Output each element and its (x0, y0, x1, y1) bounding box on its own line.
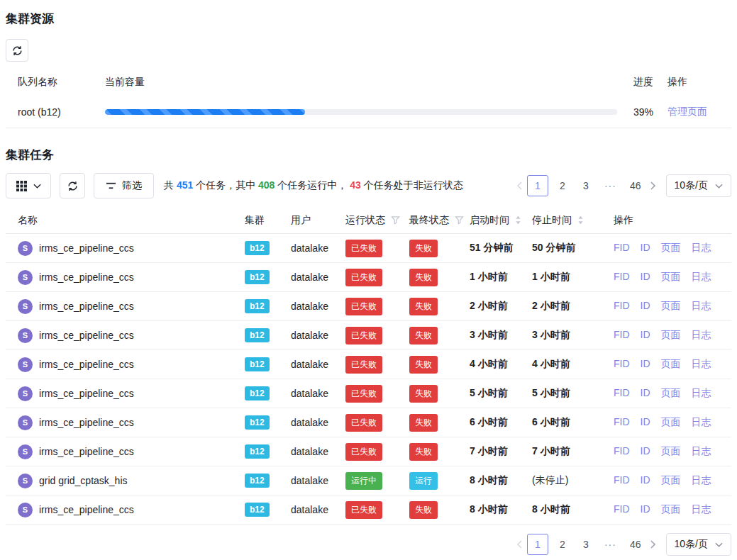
fid-link[interactable]: FID (614, 416, 630, 429)
user-name: datalake (291, 388, 345, 399)
stop-time: 7 小时前 (532, 445, 599, 458)
page-size-select[interactable]: 10条/页 (666, 174, 731, 197)
fid-link[interactable]: FID (614, 445, 630, 458)
row-actions: FID ID 页面 日志 (599, 271, 731, 284)
prev-page-button[interactable] (516, 181, 522, 190)
id-link[interactable]: ID (641, 445, 650, 458)
chevron-down-icon (33, 184, 41, 189)
fid-link[interactable]: FID (614, 358, 630, 371)
id-link[interactable]: ID (641, 329, 650, 342)
run-status-badge: 已失败 (345, 443, 382, 461)
header-final-status: 最终状态 (409, 214, 470, 227)
cluster-tag: b12 (245, 386, 270, 401)
page-link[interactable]: 页面 (661, 474, 681, 487)
manage-page-link[interactable]: 管理页面 (667, 106, 707, 117)
log-link[interactable]: 日志 (692, 416, 711, 429)
stop-time: 50 分钟前 (532, 242, 599, 254)
id-link[interactable]: ID (641, 300, 650, 313)
task-name: irms_ce_pipeline_ccs (39, 330, 134, 341)
fid-link[interactable]: FID (614, 387, 630, 400)
final-status-badge: 失败 (409, 240, 438, 257)
summary-text: 个任务，其中 (193, 179, 258, 191)
next-page-button[interactable] (650, 540, 656, 549)
page-3-button[interactable]: 3 (577, 175, 595, 196)
id-link[interactable]: ID (641, 271, 650, 284)
filter-funnel-icon[interactable] (455, 215, 464, 225)
cluster-resources-title: 集群资源 (6, 0, 731, 27)
page-link[interactable]: 页面 (661, 445, 681, 458)
id-link[interactable]: ID (641, 242, 650, 254)
cluster-tasks-section: 集群任务 (6, 147, 731, 556)
page-link[interactable]: 页面 (661, 416, 681, 429)
page-ellipsis[interactable]: ··· (600, 534, 621, 555)
id-link[interactable]: ID (641, 503, 650, 516)
start-time: 51 分钟前 (470, 242, 532, 254)
queue-name: root (b12) (6, 106, 105, 118)
row-actions: FID ID 页面 日志 (599, 387, 731, 400)
fid-link[interactable]: FID (614, 474, 630, 487)
task-name-cell: S irms_ce_pipeline_ccs (6, 328, 245, 343)
task-name: irms_ce_pipeline_ccs (39, 359, 134, 370)
page-link[interactable]: 页面 (661, 329, 681, 342)
log-link[interactable]: 日志 (692, 271, 711, 284)
page-link[interactable]: 页面 (661, 387, 681, 400)
id-link[interactable]: ID (641, 416, 650, 429)
page-2-button[interactable]: 2 (553, 175, 572, 196)
log-link[interactable]: 日志 (692, 300, 711, 313)
run-status-badge: 已失败 (345, 298, 382, 315)
tasks-footer: 1 2 3 ··· 46 10条/页 (6, 533, 731, 556)
log-link[interactable]: 日志 (692, 358, 711, 371)
page-link[interactable]: 页面 (661, 358, 681, 371)
fid-link[interactable]: FID (614, 271, 630, 284)
fid-link[interactable]: FID (614, 503, 630, 516)
page-ellipsis[interactable]: ··· (600, 175, 621, 196)
toolbar-right: 1 2 3 ··· 46 10条/页 (516, 174, 731, 197)
id-link[interactable]: ID (641, 358, 650, 371)
task-name-cell: S irms_ce_pipeline_ccs (6, 415, 245, 430)
page-size-select[interactable]: 10条/页 (666, 533, 731, 556)
tasks-refresh-button[interactable] (60, 173, 85, 198)
avatar: S (18, 386, 33, 401)
id-link[interactable]: ID (641, 387, 650, 400)
log-link[interactable]: 日志 (692, 242, 711, 254)
prev-page-button[interactable] (516, 540, 522, 549)
page-1-button[interactable]: 1 (527, 534, 548, 555)
page-link[interactable]: 页面 (661, 242, 681, 254)
avatar: S (18, 328, 33, 343)
resources-refresh-button[interactable] (6, 39, 28, 62)
cluster-tag: b12 (245, 357, 270, 371)
page-3-button[interactable]: 3 (577, 534, 595, 555)
sorter-icon[interactable] (577, 215, 584, 225)
fid-link[interactable]: FID (614, 242, 630, 254)
resources-table-row: root (b12) 39% 管理页面 (6, 96, 731, 128)
sorter-icon[interactable] (515, 215, 521, 225)
log-link[interactable]: 日志 (692, 474, 711, 487)
log-link[interactable]: 日志 (692, 445, 711, 458)
page-46-button[interactable]: 46 (626, 175, 645, 196)
fid-link[interactable]: FID (614, 300, 630, 313)
page-link[interactable]: 页面 (661, 503, 681, 516)
page-link[interactable]: 页面 (661, 300, 681, 313)
row-actions: FID ID 页面 日志 (599, 242, 731, 254)
log-link[interactable]: 日志 (692, 329, 711, 342)
start-time: 1 小时前 (470, 271, 532, 284)
cluster-tag: b12 (245, 474, 270, 488)
filter-funnel-icon[interactable] (391, 215, 400, 225)
final-status-badge: 失败 (409, 356, 438, 374)
run-status-badge: 已失败 (345, 414, 382, 432)
fid-link[interactable]: FID (614, 329, 630, 342)
page-link[interactable]: 页面 (661, 271, 681, 284)
summary-text: 个任务运行中， (275, 179, 350, 191)
progress-percent: 39% (624, 106, 667, 118)
page-46-button[interactable]: 46 (626, 534, 645, 555)
column-settings-button[interactable] (6, 173, 51, 198)
final-status-badge: 失败 (409, 298, 438, 315)
log-link[interactable]: 日志 (692, 387, 711, 400)
page-1-button[interactable]: 1 (527, 175, 548, 196)
id-link[interactable]: ID (641, 474, 650, 487)
filter-button[interactable]: 筛选 (94, 173, 154, 198)
next-page-button[interactable] (650, 181, 656, 190)
page-2-button[interactable]: 2 (553, 534, 572, 555)
log-link[interactable]: 日志 (692, 503, 711, 516)
refresh-icon (67, 180, 79, 192)
